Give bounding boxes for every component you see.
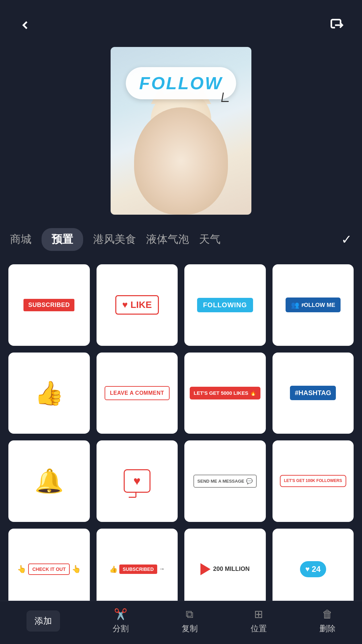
200m-badge: 200 MILLION — [200, 563, 250, 575]
toolbar-split-button[interactable]: ✂️ 分割 — [113, 608, 129, 634]
check-arrow-icon: 👆 — [17, 565, 26, 574]
sticker-subscribed[interactable]: SUBSCRIBED — [8, 264, 90, 346]
sendmsg-text: SEND ME A MESSAGE — [197, 479, 244, 484]
tab-preset[interactable]: 预置 — [42, 228, 83, 251]
preview-image: FOLLOW — [111, 47, 251, 215]
heart-icon: ♥ — [122, 300, 128, 310]
toolbar-delete-label: 删除 — [319, 623, 336, 634]
5000likes-text: LET'S GET 5000 LIKES — [194, 390, 248, 396]
subscribed-badge: SUBSCRIBED — [23, 299, 74, 311]
100k-badge: LET'S GET 100K FOLLOWERS — [280, 475, 346, 487]
like-badge: ♥ LIKE — [115, 295, 159, 315]
toolbar-position-button[interactable]: ⊞ 位置 — [251, 608, 267, 634]
position-icon: ⊞ — [254, 608, 263, 621]
checkitout-badge: 👆 CHECK IT OUT 👆 — [17, 564, 81, 575]
hashtag-badge: #HASHTAG — [290, 386, 336, 400]
followme-badge: 👥 ꜰOLLOW ME — [286, 298, 341, 312]
preview-area: FOLLOW — [0, 44, 362, 225]
play-icon — [200, 563, 210, 575]
tab-hk-food[interactable]: 港风美食 — [93, 229, 136, 250]
bell-icon: 🔔 — [35, 467, 64, 495]
sticker-24likes[interactable]: ♥ 24 — [273, 529, 354, 610]
sticker-hashtag[interactable]: #HASHTAG — [273, 353, 354, 434]
sticker-following[interactable]: FOLLOWING — [184, 264, 266, 346]
share-button[interactable] — [325, 13, 349, 37]
sticker-followme[interactable]: 👥 ꜰOLLOW ME — [273, 264, 354, 346]
sticker-like[interactable]: ♥ LIKE — [97, 264, 178, 346]
sticker-100k[interactable]: LET'S GET 100K FOLLOWERS — [273, 440, 354, 522]
split-icon: ✂️ — [114, 608, 127, 621]
delete-icon: 🗑 — [322, 608, 333, 621]
follow-text: FOLLOW — [139, 73, 223, 93]
thumbsup-icon: 👍 — [35, 379, 64, 407]
category-tabs: 商城 预置 港风美食 液体气泡 天气 ✓ — [0, 225, 362, 254]
subscribed2-badge: 👍 SUBSCRIBED → — [109, 565, 165, 574]
5000likes-badge: LET'S GET 5000 LIKES 🔥 — [190, 387, 260, 399]
tab-store[interactable]: 商城 — [10, 229, 32, 250]
sub2-thumb-icon: 👍 — [109, 565, 118, 573]
sticker-leave-comment[interactable]: LEAVE A COMMENT — [97, 353, 178, 434]
sticker-5000likes[interactable]: LET'S GET 5000 LIKES 🔥 — [184, 353, 266, 434]
sub2-text: SUBSCRIBED — [119, 565, 157, 574]
sticker-subscribed2[interactable]: 👍 SUBSCRIBED → — [97, 529, 178, 610]
confirm-button[interactable]: ✓ — [341, 232, 352, 247]
follow-badge: FOLLOW — [126, 67, 236, 99]
24likes-badge: ♥ 24 — [300, 561, 326, 577]
following-badge: FOLLOWING — [197, 298, 253, 312]
followme-text: ꜰOLLOW ME — [301, 302, 335, 309]
sticker-grid: SUBSCRIBED ♥ LIKE FOLLOWING 👥 ꜰOLLOW ME … — [0, 254, 362, 644]
fire-icon: 🔥 — [250, 390, 256, 396]
toolbar-position-label: 位置 — [251, 623, 267, 634]
like-text: LIKE — [130, 300, 152, 310]
comment-badge: LEAVE A COMMENT — [105, 386, 170, 400]
back-button[interactable] — [13, 13, 37, 37]
heart-msg-icon: ♥ — [133, 474, 140, 488]
bottom-toolbar: 添加 ✂️ 分割 ⧉ 复制 ⊞ 位置 🗑 删除 — [0, 601, 362, 644]
sendmsg-badge: SEND ME A MESSAGE 💬 — [193, 475, 257, 488]
toolbar-delete-button[interactable]: 🗑 删除 — [319, 608, 336, 634]
24likes-number: 24 — [312, 565, 321, 574]
million-text: 200 MILLION — [213, 566, 250, 573]
sticker-bell[interactable]: 🔔 — [8, 440, 90, 522]
sticker-check-it-out[interactable]: 👆 CHECK IT OUT 👆 — [8, 529, 90, 610]
toolbar-add-label: 添加 — [35, 615, 52, 627]
toolbar-copy-label: 复制 — [182, 623, 198, 634]
tab-liquid-bubble[interactable]: 液体气泡 — [146, 229, 189, 250]
sub2-arrow-icon: → — [159, 566, 165, 573]
sticker-thumbsup[interactable]: 👍 — [8, 353, 90, 434]
copy-icon: ⧉ — [186, 608, 193, 621]
tab-weather[interactable]: 天气 — [199, 229, 221, 250]
heart-message-badge: ♥ — [124, 469, 150, 493]
sticker-send-message[interactable]: SEND ME A MESSAGE 💬 — [184, 440, 266, 522]
toolbar-split-label: 分割 — [113, 623, 129, 634]
followme-icon: 👥 — [291, 301, 299, 309]
header — [0, 0, 362, 44]
toolbar-add-button[interactable]: 添加 — [26, 610, 60, 632]
cat-body — [134, 107, 228, 215]
sticker-heart-message[interactable]: ♥ — [97, 440, 178, 522]
heart-blue-icon: ♥ — [305, 565, 310, 574]
check-arrow-icon2: 👆 — [72, 565, 81, 574]
checkitout-text: CHECK IT OUT — [28, 564, 70, 575]
sticker-200million[interactable]: 200 MILLION — [184, 529, 266, 610]
msg-icon: 💬 — [246, 478, 253, 484]
toolbar-copy-button[interactable]: ⧉ 复制 — [182, 608, 198, 634]
